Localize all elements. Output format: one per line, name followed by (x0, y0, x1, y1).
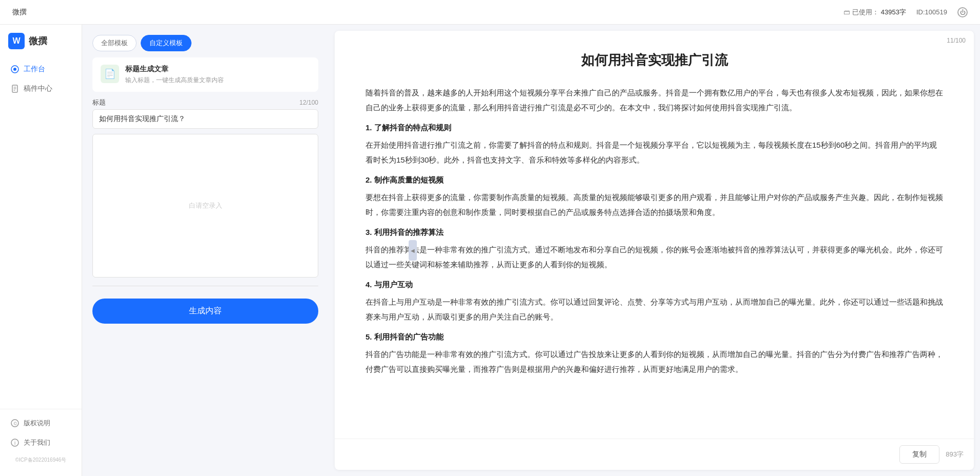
template-card-info: 标题生成文章 输入标题，一键生成高质量文章内容 (125, 65, 310, 85)
database-icon: 🗃 (843, 8, 850, 16)
template-card-icon: 📄 (101, 65, 119, 83)
logo-area: W 微撰 (0, 33, 82, 60)
form-divider (92, 286, 318, 286)
usage-value: 43953字 (881, 8, 906, 17)
sidebar-label-copyright: 版权说明 (24, 419, 50, 428)
template-card-desc: 输入标题，一键生成高质量文章内容 (125, 76, 310, 85)
svg-point-1 (13, 68, 16, 71)
keywords-area[interactable]: 白请空录入 (92, 134, 318, 277)
topbar-usage: 🗃 已使用： 43953字 (843, 8, 906, 17)
power-button[interactable]: ⏻ (957, 7, 968, 17)
form-section: 标题 12/100 白请空录入 (92, 98, 318, 277)
svg-text:©: © (14, 421, 17, 426)
title-field-group: 标题 12/100 (92, 98, 318, 129)
word-count: 893字 (946, 450, 964, 459)
copy-button[interactable]: 复制 (899, 445, 939, 464)
article-section-title: 2. 制作高质量的短视频 (366, 175, 943, 185)
left-panel: 全部模板 自定义模板 📄 标题生成文章 输入标题，一键生成高质量文章内容 标题 (82, 25, 329, 476)
article-paragraph: 要想在抖音上获得更多的流量，你需要制作高质量的短视频。高质量的短视频能够吸引更多… (366, 190, 943, 220)
sidebar-label-about: 关于我们 (24, 438, 50, 447)
article-section-title: 1. 了解抖音的特点和规则 (366, 123, 943, 133)
tab-custom[interactable]: 自定义模板 (141, 35, 191, 51)
article-section-title: 5. 利用抖音的广告功能 (366, 332, 943, 342)
sidebar-bottom: © 版权说明 i 关于我们 ©ICP备2022016946号 (0, 409, 82, 468)
copyright-icon: © (10, 419, 20, 428)
article-paragraph: 在开始使用抖音进行推广引流之前，你需要了解抖音的特点和规则。抖音是一个短视频分享… (366, 138, 943, 167)
svg-text:i: i (14, 440, 15, 446)
article-counter: 11/100 (947, 37, 966, 44)
home-icon (10, 65, 20, 74)
topbar-id: ID:100519 (916, 8, 947, 16)
sidebar-label-workbench: 工作台 (24, 65, 45, 74)
logo-icon: W (8, 33, 25, 49)
article-footer: 复制 893字 (335, 439, 974, 470)
article-paragraph: 抖音的广告功能是一种非常有效的推广引流方式。你可以通过广告投放来让更多的人看到你… (366, 347, 943, 376)
article-title: 如何用抖音实现推广引流 (366, 51, 943, 69)
sidebar-item-drafts[interactable]: 稿件中心 (0, 79, 82, 98)
topbar-title: 微撰 (12, 8, 27, 17)
main-layout: W 微撰 工作台 稿件中心 (0, 25, 980, 476)
usage-label: 已使用： (852, 8, 879, 17)
template-card[interactable]: 📄 标题生成文章 输入标题，一键生成高质量文章内容 (92, 57, 318, 92)
title-input[interactable] (92, 109, 318, 129)
article-paragraph: 抖音的推荐算法是一种非常有效的推广引流方式。通过不断地发布和分享自己的短视频，你… (366, 243, 943, 272)
file-icon (10, 84, 20, 93)
template-card-title: 标题生成文章 (125, 65, 310, 74)
article-section-title: 4. 与用户互动 (366, 280, 943, 290)
topbar-right: 🗃 已使用： 43953字 ID:100519 ⏻ (843, 7, 968, 17)
sidebar-item-workbench[interactable]: 工作台 (0, 60, 82, 79)
tab-all[interactable]: 全部模板 (92, 35, 137, 51)
article-body: 如何用抖音实现推广引流 随着抖音的普及，越来越多的人开始利用这个短视频分享平台来… (335, 31, 974, 439)
article-section-title: 3. 利用抖音的推荐算法 (366, 228, 943, 237)
icp-text: ©ICP备2022016946号 (0, 452, 82, 468)
article-paragraph: 随着抖音的普及，越来越多的人开始利用这个短视频分享平台来推广自己的产品或服务。抖… (366, 86, 943, 115)
sidebar-label-drafts: 稿件中心 (24, 84, 52, 93)
title-label-row: 标题 12/100 (92, 98, 318, 107)
title-count: 12/100 (299, 99, 318, 106)
topbar: 微撰 🗃 已使用： 43953字 ID:100519 ⏻ (0, 0, 980, 25)
sidebar: W 微撰 工作台 稿件中心 (0, 25, 82, 476)
title-label: 标题 (92, 98, 106, 107)
article-paragraph: 在抖音上与用户互动是一种非常有效的推广引流方式。你可以通过回复评论、点赞、分享等… (366, 295, 943, 324)
right-panel: 11/100 如何用抖音实现推广引流 随着抖音的普及，越来越多的人开始利用这个短… (335, 31, 974, 470)
keywords-placeholder: 白请空录入 (189, 201, 222, 210)
content-area: 全部模板 自定义模板 📄 标题生成文章 输入标题，一键生成高质量文章内容 标题 (82, 25, 980, 476)
info-icon: i (10, 438, 20, 447)
article-sections: 随着抖音的普及，越来越多的人开始利用这个短视频分享平台来推广自己的产品或服务。抖… (366, 86, 943, 376)
generate-button[interactable]: 生成内容 (92, 299, 318, 324)
sidebar-item-copyright[interactable]: © 版权说明 (0, 413, 82, 433)
template-tabs: 全部模板 自定义模板 (92, 35, 318, 51)
sidebar-item-about[interactable]: i 关于我们 (0, 433, 82, 452)
logo-text: 微撰 (29, 35, 47, 47)
collapse-handle[interactable]: ◀ (409, 240, 417, 261)
